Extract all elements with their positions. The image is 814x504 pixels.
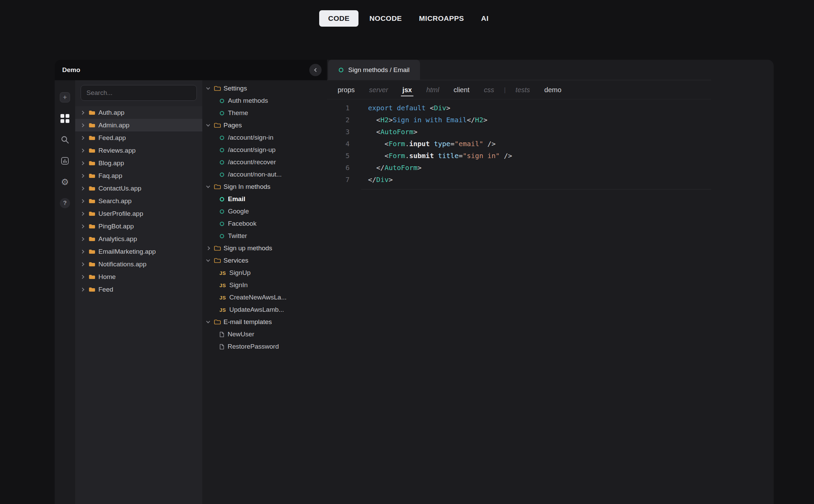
chevron-right-icon [79, 200, 85, 202]
activity-rail: +⚙? [55, 80, 75, 504]
chevron-down-icon [205, 260, 211, 261]
editor-panel: propsserverjsxhtmlclientcss|testsdemo 1e… [327, 80, 774, 504]
file-tree-item-label: Services [223, 257, 248, 264]
help-icon[interactable]: ? [59, 198, 70, 209]
code-text: </AutoForm> [368, 162, 422, 174]
file-tree-item[interactable]: Sign In methods [202, 181, 327, 193]
search-icon[interactable] [59, 134, 70, 145]
file-tree-item[interactable]: Settings [202, 82, 327, 95]
file-tree-item[interactable]: Services [202, 254, 327, 267]
folder-icon [214, 258, 221, 263]
apps-grid-icon[interactable] [59, 113, 70, 124]
project-tree-item[interactable]: Analytics.app [75, 233, 202, 245]
js-icon: JS [219, 282, 226, 288]
file-tree-item-label: Settings [223, 85, 247, 92]
add-icon[interactable]: + [59, 92, 70, 103]
file-tree-item[interactable]: Pages [202, 119, 327, 131]
project-tree-item[interactable]: Notifications.app [75, 258, 202, 270]
file-tree-item[interactable]: NewUser [202, 328, 327, 340]
editor-tab-server[interactable]: server [362, 80, 395, 99]
editor-open-tab[interactable]: Sign methods / Email [328, 60, 420, 80]
collapse-panel-button[interactable] [309, 64, 322, 76]
project-tree-item[interactable]: Blog.app [75, 157, 202, 169]
folder-icon [214, 184, 221, 190]
file-tree-item[interactable]: /account/non-aut... [202, 168, 327, 181]
file-tree-item[interactable]: JSSignUp [202, 267, 327, 279]
js-icon: JS [219, 295, 226, 300]
code-text: <H2>Sign in with Email</H2> [368, 114, 487, 126]
code-line: 5 <Form.submit title="sign in" /> [327, 150, 774, 162]
line-number: 2 [327, 114, 350, 126]
file-tree-item[interactable]: Google [202, 205, 327, 218]
editor-tab-client[interactable]: client [446, 80, 477, 99]
editor-tab-tests[interactable]: tests [508, 80, 537, 99]
project-tree-item[interactable]: Feed.app [75, 131, 202, 144]
chevron-down-icon [205, 321, 211, 323]
file-tree-item[interactable]: JSUpdateAwsLamb... [202, 304, 327, 316]
gear-icon[interactable]: ⚙ [59, 177, 70, 187]
chevron-right-icon [79, 162, 85, 165]
file-tree-item[interactable]: Facebook [202, 218, 327, 230]
file-tree-item-label: /account/sign-up [228, 146, 275, 154]
project-tree-item-label: Notifications.app [98, 261, 146, 268]
file-tree-item[interactable]: Twitter [202, 230, 327, 242]
project-tree-item[interactable]: Feed [75, 283, 202, 296]
project-tree-item[interactable]: ContactUs.app [75, 182, 202, 195]
editor-tab-css[interactable]: css [477, 80, 501, 99]
project-tree-item-label: Feed.app [98, 134, 126, 142]
search-input[interactable] [81, 85, 197, 101]
editor-tab-demo[interactable]: demo [537, 80, 569, 99]
project-tree-item[interactable]: Faq.app [75, 169, 202, 182]
circle-icon [338, 67, 344, 73]
file-tree-item[interactable]: /account/sign-up [202, 144, 327, 156]
file-tree-item[interactable]: Email [202, 193, 327, 205]
js-icon: JS [219, 270, 226, 276]
code-text: <Form.submit title="sign in" /> [368, 150, 512, 162]
circle-icon [219, 135, 225, 140]
file-tree-item[interactable]: Auth methods [202, 95, 327, 107]
chevron-right-icon [79, 174, 85, 177]
nav-microapps[interactable]: MICROAPPS [413, 10, 470, 27]
editor-tab-jsx[interactable]: jsx [395, 80, 419, 99]
project-tree-item[interactable]: Home [75, 270, 202, 283]
circle-icon [219, 221, 225, 226]
folder-icon [89, 160, 95, 166]
project-tree-item[interactable]: Reviews.app [75, 144, 202, 157]
file-tree-item[interactable]: JSSignIn [202, 279, 327, 291]
nav-ai[interactable]: AI [475, 10, 495, 27]
chevron-right-icon [79, 149, 85, 152]
code-lines: 1export default <Div>2 <H2>Sign in with … [327, 99, 774, 186]
code-line: 3 <AutoForm> [327, 126, 774, 138]
project-tree-item[interactable]: Search.app [75, 195, 202, 207]
project-tree-item[interactable]: EmailMarketing.app [75, 245, 202, 258]
document-icon [219, 344, 224, 350]
folder-icon [89, 211, 95, 216]
folder-icon [89, 236, 95, 242]
project-tree-item[interactable]: Auth.app [75, 106, 202, 119]
file-tree-item[interactable]: /account/recover [202, 156, 327, 168]
chevron-right-icon [79, 225, 85, 228]
file-tree-item[interactable]: E-mail templates [202, 316, 327, 328]
folder-icon [89, 110, 95, 115]
file-tree-item[interactable]: Sign up methods [202, 242, 327, 254]
js-icon: JS [219, 307, 226, 313]
project-tree-item-label: Home [98, 273, 116, 281]
file-tree-item-label: RestorePassword [228, 343, 279, 350]
file-tree-item-label: CreateNewAwsLa... [229, 294, 287, 301]
nav-code[interactable]: CODE [319, 10, 358, 27]
file-tree-item[interactable]: /account/sign-in [202, 131, 327, 144]
editor-tab-html[interactable]: html [419, 80, 446, 99]
chevron-right-icon [79, 276, 85, 278]
stats-icon[interactable] [59, 155, 70, 166]
file-tree-item[interactable]: Theme [202, 107, 327, 119]
project-tree-item-label: Search.app [98, 197, 132, 205]
project-tree-item[interactable]: PingBot.app [75, 220, 202, 233]
file-tree-item[interactable]: RestorePassword [202, 340, 327, 353]
file-tree-item-label: Theme [228, 109, 248, 117]
project-tree-item[interactable]: Admin.app [75, 119, 202, 131]
editor-tab-props[interactable]: props [330, 80, 362, 99]
project-tree-item[interactable]: UserProfile.app [75, 207, 202, 220]
file-tree-item[interactable]: JSCreateNewAwsLa... [202, 291, 327, 304]
editor-file-tabs: propsserverjsxhtmlclientcss|testsdemo [327, 80, 774, 99]
nav-nocode[interactable]: NOCODE [363, 10, 408, 27]
